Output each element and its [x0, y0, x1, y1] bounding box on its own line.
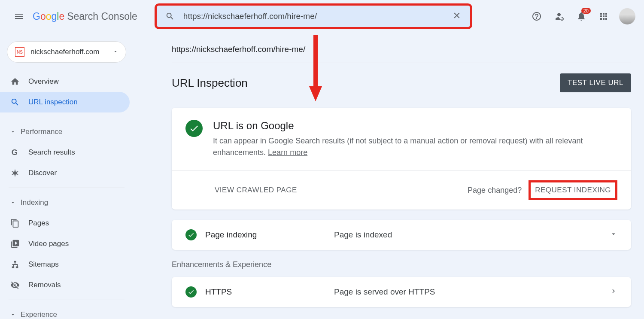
divider: [172, 63, 631, 63]
row-label: HTTPS: [205, 287, 325, 297]
page-changed-label: Page changed?: [468, 186, 522, 195]
sidebar-item-video-pages[interactable]: Video pages: [0, 234, 130, 254]
home-icon: [10, 77, 20, 86]
visibility-off-icon: [10, 280, 20, 290]
status-row: URL is on Google It can appear in Google…: [172, 108, 631, 170]
divider: [9, 300, 125, 300]
status-title: URL is on Google: [213, 120, 617, 132]
help-icon: [532, 11, 542, 21]
row-label: Page indexing: [205, 230, 325, 240]
sitemap-icon: [10, 260, 20, 269]
sidebar-item-removals[interactable]: Removals: [0, 275, 130, 295]
row-value: Page is indexed: [334, 230, 601, 240]
check-circle-icon: [185, 229, 197, 240]
nav-label: Removals: [28, 281, 61, 289]
divider: [9, 117, 125, 117]
sidebar-section-performance[interactable]: Performance: [0, 122, 133, 142]
check-circle-icon: [185, 286, 197, 298]
card-actions: VIEW CRAWLED PAGE Page changed? REQUEST …: [172, 170, 631, 210]
nav-label: Overview: [28, 77, 59, 86]
sidebar-item-overview[interactable]: Overview: [0, 71, 130, 92]
user-settings-icon: [554, 11, 564, 21]
url-search-box[interactable]: [155, 3, 472, 29]
request-indexing-button[interactable]: REQUEST INDEXING: [535, 186, 611, 194]
close-icon: [452, 11, 462, 20]
help-button[interactable]: [527, 7, 546, 26]
status-body: URL is on Google It can appear in Google…: [213, 120, 617, 158]
search-icon: [10, 97, 20, 107]
app-layout: NS nickschaeferhoff.com Overview URL ins…: [0, 33, 644, 319]
property-icon: NS: [15, 47, 24, 57]
status-description: It can appear in Google Search results (…: [213, 135, 617, 158]
sidebar-item-sitemaps[interactable]: Sitemaps: [0, 254, 130, 275]
https-row[interactable]: HTTPS Page is served over HTTPS: [172, 277, 631, 307]
google-logo: Google: [33, 11, 64, 22]
sidebar-section-experience[interactable]: Experience: [0, 304, 133, 319]
section-label: Experience: [21, 310, 57, 319]
chevron-down-icon: [10, 200, 15, 205]
chevron-down-icon: [10, 129, 15, 134]
sidebar-section-indexing[interactable]: Indexing: [0, 192, 133, 213]
users-button[interactable]: [550, 7, 568, 26]
app-header: Google Search Console 20: [0, 0, 644, 33]
indexing-card: Page indexing Page is indexed: [172, 220, 631, 250]
product-logo[interactable]: Google Search Console: [33, 11, 137, 22]
sidebar: NS nickschaeferhoff.com Overview URL ins…: [0, 33, 133, 319]
user-avatar[interactable]: [619, 8, 635, 24]
nav-label: Sitemaps: [28, 260, 59, 269]
hamburger-icon: [14, 11, 24, 21]
menu-button[interactable]: [9, 6, 29, 27]
check-circle-icon: [185, 120, 203, 137]
asterisk-icon: [10, 168, 20, 178]
page-indexing-row[interactable]: Page indexing Page is indexed: [172, 220, 631, 250]
section-header: URL Inspection TEST LIVE URL: [172, 73, 631, 92]
nav-label: Video pages: [28, 240, 69, 248]
section-label: Indexing: [21, 198, 48, 207]
property-selector[interactable]: NS nickschaeferhoff.com: [7, 41, 126, 63]
search-input[interactable]: [183, 12, 452, 21]
nav-label: Search results: [28, 148, 75, 157]
status-card: URL is on Google It can appear in Google…: [172, 108, 631, 210]
svg-text:G: G: [12, 148, 18, 157]
notifications-button[interactable]: 20: [572, 7, 591, 26]
nav-label: Pages: [28, 219, 49, 228]
product-name: Search Console: [67, 11, 137, 22]
enhancements-title: Enhancements & Experience: [172, 260, 631, 269]
google-g-icon: G: [10, 148, 20, 157]
sidebar-item-discover[interactable]: Discover: [0, 163, 130, 183]
header-actions: 20: [527, 7, 635, 26]
clear-search-button[interactable]: [452, 11, 462, 22]
view-crawled-page-button[interactable]: VIEW CRAWLED PAGE: [215, 186, 297, 194]
divider: [9, 188, 125, 188]
sidebar-item-search-results[interactable]: G Search results: [0, 142, 130, 163]
search-icon: [165, 12, 175, 21]
chevron-right-icon: [610, 287, 617, 297]
test-live-url-button[interactable]: TEST LIVE URL: [560, 73, 631, 92]
url-display: https://nickschaeferhoff.com/hire-me/: [172, 33, 631, 63]
property-name: nickschaeferhoff.com: [30, 48, 113, 56]
video-icon: [10, 239, 20, 249]
nav-label: Discover: [28, 169, 57, 177]
nav-label: URL inspection: [28, 98, 78, 106]
pages-icon: [10, 219, 20, 228]
sidebar-item-url-inspection[interactable]: URL inspection: [0, 92, 130, 112]
apps-grid-icon: [598, 11, 609, 21]
notification-badge: 20: [581, 8, 591, 14]
page-title: URL Inspection: [172, 76, 248, 90]
enhancements-card: HTTPS Page is served over HTTPS: [172, 277, 631, 307]
annotation-highlight: REQUEST INDEXING: [529, 180, 617, 200]
row-value: Page is served over HTTPS: [334, 287, 601, 297]
apps-button[interactable]: [594, 7, 613, 26]
section-label: Performance: [21, 128, 62, 136]
learn-more-link[interactable]: Learn more: [268, 148, 307, 157]
sidebar-item-pages[interactable]: Pages: [0, 213, 130, 234]
chevron-down-icon: [113, 48, 118, 56]
main-content: https://nickschaeferhoff.com/hire-me/ UR…: [133, 33, 644, 319]
chevron-down-icon: [10, 312, 15, 317]
search-container: [155, 3, 519, 29]
chevron-down-icon: [610, 230, 617, 240]
